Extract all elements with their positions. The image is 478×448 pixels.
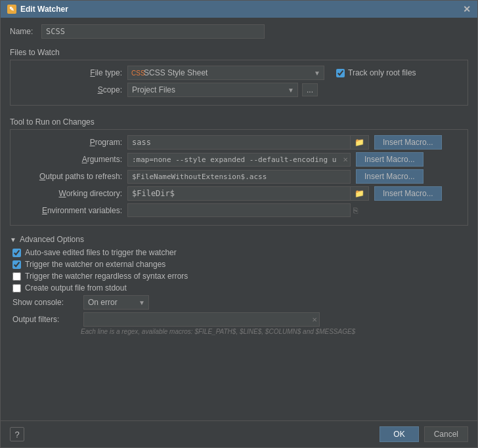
program-label: Program: [17, 138, 122, 147]
working-dir-label: Working directory: [17, 189, 122, 198]
program-input[interactable] [127, 135, 351, 150]
watcher-icon: ✎ [7, 5, 16, 14]
output-filters-clear-icon[interactable]: ✕ [312, 316, 317, 323]
working-dir-input-group: 📁 [127, 186, 369, 201]
advanced-options-title: Advanced Options [20, 235, 84, 244]
env-vars-input-wrap: ⎘ [127, 203, 358, 217]
files-to-watch-title: Files to Watch [10, 48, 468, 57]
env-vars-input[interactable] [127, 203, 351, 217]
ok-button[interactable]: OK [380, 426, 418, 442]
scope-controls: Project Files ▼ ... [127, 83, 318, 97]
env-vars-label: Environment variables: [17, 206, 122, 215]
env-vars-copy-icon[interactable]: ⎘ [353, 206, 358, 215]
program-insert-macro-button[interactable]: Insert Macro... [374, 135, 442, 150]
scope-browse-button[interactable]: ... [302, 83, 318, 96]
track-root-row: Track only root files [336, 68, 416, 77]
trigger-syntax-label: Trigger the watcher regardless of syntax… [25, 272, 188, 281]
name-row: Name: [10, 24, 468, 39]
scope-select-wrap: Project Files ▼ [127, 83, 298, 97]
output-paths-input-wrap [127, 170, 351, 184]
create-output-row: Create output file from stdout [10, 283, 468, 293]
show-console-select-wrap: Always On error Never ▼ [83, 295, 149, 310]
tool-section-title: Tool to Run on Changes [10, 117, 468, 127]
track-root-label: Track only root files [348, 68, 416, 77]
output-filters-label: Output filters: [12, 315, 78, 324]
program-browse-button[interactable]: 📁 [351, 135, 369, 150]
advanced-options-header[interactable]: ▼ Advanced Options [10, 235, 468, 244]
program-row: Program: 📁 Insert Macro... [17, 135, 461, 150]
output-filters-input-wrap: ✕ [83, 312, 320, 327]
css-file-icon: CSS [131, 70, 145, 77]
working-dir-input[interactable] [127, 186, 351, 201]
output-paths-input[interactable] [127, 170, 351, 184]
tool-section: Tool to Run on Changes Program: 📁 Insert… [10, 115, 468, 230]
close-button[interactable]: ✕ [463, 5, 471, 14]
working-dir-row: Working directory: 📁 Insert Macro... [17, 186, 461, 201]
scope-label: Scope: [17, 85, 122, 94]
files-to-watch-box: File type: SCSS Style Sheet ▼ CSS Track … [10, 60, 468, 106]
autosave-row: Auto-save edited files to trigger the wa… [10, 248, 468, 257]
files-to-watch-section: Files to Watch File type: SCSS Style She… [10, 45, 468, 110]
arguments-row: Arguments: ✕ Insert Macro... [17, 152, 461, 167]
arguments-input[interactable] [127, 153, 351, 167]
output-paths-row: Output paths to refresh: Insert Macro... [17, 169, 461, 184]
collapse-icon: ▼ [10, 236, 16, 243]
folder2-icon: 📁 [355, 189, 364, 198]
arguments-insert-macro-button[interactable]: Insert Macro... [356, 152, 424, 167]
hint-text: Each line is a regex, available macros: … [10, 328, 468, 335]
folder-icon: 📁 [355, 138, 364, 147]
scope-row: Scope: Project Files ▼ ... [17, 83, 461, 97]
trigger-external-checkbox[interactable] [12, 260, 21, 269]
trigger-external-row: Trigger the watcher on external changes [10, 260, 468, 269]
file-type-select-wrap: SCSS Style Sheet ▼ CSS [127, 66, 324, 80]
file-type-select[interactable]: SCSS Style Sheet [127, 66, 324, 80]
working-dir-browse-button[interactable]: 📁 [351, 186, 369, 201]
name-input[interactable] [41, 24, 265, 39]
trigger-external-label: Trigger the watcher on external changes [25, 260, 165, 269]
show-console-label: Show console: [12, 298, 78, 307]
output-paths-insert-macro-button[interactable]: Insert Macro... [356, 169, 424, 184]
autosave-label: Auto-save edited files to trigger the wa… [25, 248, 177, 257]
create-output-label: Create output file from stdout [25, 283, 127, 293]
env-vars-row: Environment variables: ⎘ [17, 203, 461, 217]
edit-watcher-dialog: ✎ Edit Watcher ✕ Name: Files to Watch Fi… [0, 0, 478, 448]
arguments-input-wrap: ✕ [127, 153, 351, 167]
dialog-content: Name: Files to Watch File type: SCSS Sty… [1, 18, 477, 420]
program-input-group: 📁 [127, 135, 369, 150]
advanced-options-section: ▼ Advanced Options Auto-save edited file… [10, 235, 468, 335]
title-bar: ✎ Edit Watcher ✕ [1, 1, 477, 18]
trigger-syntax-checkbox[interactable] [12, 272, 21, 281]
autosave-checkbox[interactable] [12, 249, 21, 257]
dialog-title: Edit Watcher [20, 5, 68, 14]
arguments-clear-icon[interactable]: ✕ [343, 156, 348, 163]
arguments-label: Arguments: [17, 155, 122, 164]
working-dir-insert-macro-button[interactable]: Insert Macro... [374, 186, 442, 201]
name-label: Name: [10, 27, 36, 36]
help-button[interactable]: ? [10, 427, 24, 441]
title-bar-left: ✎ Edit Watcher [7, 5, 68, 14]
show-console-row: Show console: Always On error Never ▼ [10, 295, 468, 310]
dialog-footer: ? OK Cancel [1, 420, 477, 447]
footer-buttons: OK Cancel [380, 426, 468, 442]
show-console-select[interactable]: Always On error Never [83, 295, 149, 310]
cancel-button[interactable]: Cancel [424, 426, 468, 442]
tool-section-box: Program: 📁 Insert Macro... Arguments: ✕ [10, 129, 468, 226]
output-filters-row: Output filters: ✕ [10, 312, 468, 327]
output-paths-label: Output paths to refresh: [17, 172, 122, 181]
output-filters-input[interactable] [83, 312, 320, 327]
track-root-checkbox[interactable] [336, 69, 345, 77]
file-type-label: File type: [17, 68, 122, 77]
create-output-checkbox[interactable] [12, 284, 21, 293]
scope-select[interactable]: Project Files [127, 83, 298, 97]
trigger-syntax-row: Trigger the watcher regardless of syntax… [10, 272, 468, 281]
file-type-row: File type: SCSS Style Sheet ▼ CSS Track … [17, 66, 461, 80]
